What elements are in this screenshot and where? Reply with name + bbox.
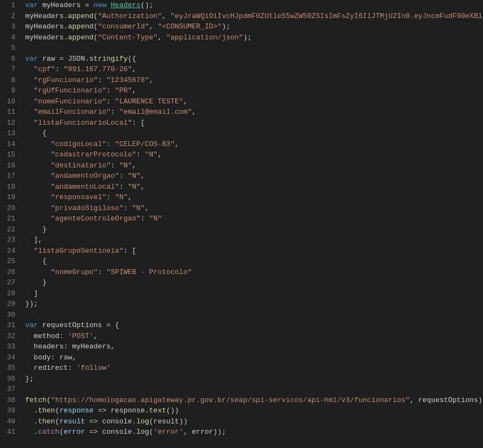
code-line: "cadastrarProtocolo": "N",: [25, 149, 483, 160]
line-number: 40: [5, 416, 15, 427]
line-number: 7: [5, 64, 15, 75]
line-number: 12: [5, 118, 15, 129]
line-number: 10: [5, 96, 15, 107]
code-line: [25, 43, 483, 54]
code-line: {: [25, 128, 483, 139]
line-number: 32: [5, 331, 15, 342]
code-line: ],: [25, 235, 483, 246]
line-number: 27: [5, 277, 15, 288]
code-line: myHeaders.append("Content-Type", "applic…: [25, 32, 483, 43]
code-line: [25, 310, 483, 321]
line-number: 29: [5, 299, 15, 310]
code-line: }: [25, 224, 483, 235]
line-number: 36: [5, 374, 15, 385]
line-number: 26: [5, 267, 15, 278]
line-number: 19: [5, 192, 15, 203]
code-line: "destinatario": "N",: [25, 160, 483, 171]
line-number: 39: [5, 405, 15, 416]
line-number: 16: [5, 160, 15, 171]
line-number: 38: [5, 395, 15, 406]
code-line: redirect: 'follow': [25, 363, 483, 374]
code-line: {: [25, 256, 483, 267]
code-line: };: [25, 374, 483, 385]
code-line: "agenteControleOrgao": "N": [25, 213, 483, 224]
code-line: .then(response => response.text()): [25, 405, 483, 416]
line-number: 31: [5, 320, 15, 331]
code-line: }: [25, 277, 483, 288]
line-number: 17: [5, 171, 15, 182]
line-number: 15: [5, 149, 15, 160]
line-number: 21: [5, 213, 15, 224]
line-number: 35: [5, 363, 15, 374]
code-line: myHeaders.append("Authorization", "eyJra…: [25, 11, 483, 22]
line-numbers: 1234567891011121314151617181920212223242…: [0, 0, 20, 448]
line-number: 3: [5, 21, 15, 32]
line-number: 6: [5, 54, 15, 65]
line-number: 11: [5, 107, 15, 118]
line-number: 18: [5, 182, 15, 193]
code-line: "cpf": "991.167.770-26",: [25, 64, 483, 75]
code-editor: 1234567891011121314151617181920212223242…: [0, 0, 483, 448]
code-content[interactable]: var myHeaders = new Headers();myHeaders.…: [20, 0, 483, 448]
line-number: 23: [5, 235, 15, 246]
code-line: "rgFuncionario": "12345678",: [25, 75, 483, 86]
code-line: headers: myHeaders,: [25, 341, 483, 352]
line-number: 2: [5, 11, 15, 22]
code-line: });: [25, 299, 483, 310]
code-line: "nomeFuncionario": "LAURENCE TESTE",: [25, 96, 483, 107]
line-number: 28: [5, 288, 15, 299]
code-line: "privadoSigiloso": "N",: [25, 203, 483, 214]
code-line: [25, 384, 483, 395]
line-number: 33: [5, 341, 15, 352]
code-line: var myHeaders = new Headers();: [25, 0, 483, 11]
code-line: .then(result => console.log(result)): [25, 416, 483, 427]
line-number: 41: [5, 427, 15, 438]
code-line: var requestOptions = {: [25, 320, 483, 331]
line-number: 22: [5, 224, 15, 235]
line-number: 20: [5, 203, 15, 214]
line-number: 25: [5, 256, 15, 267]
line-number: 1: [5, 0, 15, 11]
code-line: ]: [25, 288, 483, 299]
line-number: 24: [5, 246, 15, 257]
code-line: method: 'POST',: [25, 331, 483, 342]
code-line: fetch("https://homologacao.apigateway.pr…: [25, 395, 483, 406]
code-line: "nomeGrupo": "SPIWEB - Protocolo": [25, 267, 483, 278]
line-number: 34: [5, 352, 15, 363]
line-number: 8: [5, 75, 15, 86]
code-line: "codigoLocal": "CELEP/COS-B3",: [25, 139, 483, 150]
line-number: 13: [5, 128, 15, 139]
line-number: 4: [5, 32, 15, 43]
code-line: "emailFuncionario": "email@email.com",: [25, 107, 483, 118]
line-number: 30: [5, 310, 15, 321]
code-line: var raw = JSON.stringify({: [25, 54, 483, 65]
code-line: "andamentoLocal": "N",: [25, 182, 483, 193]
code-line: "listaFuncionarioLocal": [: [25, 118, 483, 129]
code-line: myHeaders.append("consumerId", "<CONSUME…: [25, 21, 483, 32]
line-number: 37: [5, 384, 15, 395]
line-number: 5: [5, 43, 15, 54]
code-line: "responsavel": "N",: [25, 192, 483, 203]
code-line: .catch(error => console.log('error', err…: [25, 427, 483, 438]
code-line: body: raw,: [25, 352, 483, 363]
code-line: "listaGrupoSentinela": [: [25, 246, 483, 257]
line-number: 9: [5, 85, 15, 96]
code-line: "andamentoOrgao": "N",: [25, 171, 483, 182]
code-line: "rgUfFuncionario": "PR",: [25, 85, 483, 96]
line-number: 14: [5, 139, 15, 150]
